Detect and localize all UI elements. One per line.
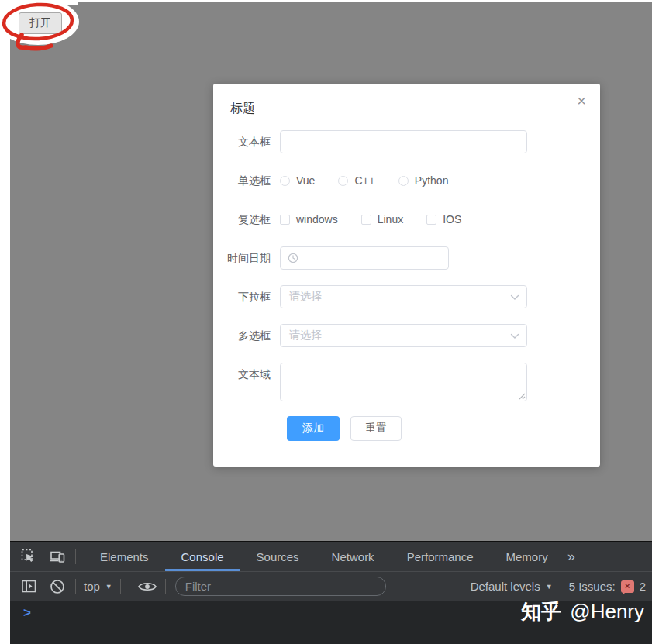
console-prompt-icon[interactable]: >: [23, 605, 31, 621]
console-filter-input[interactable]: [175, 577, 386, 596]
toolbar-separator: [120, 579, 121, 594]
radio-icon: [398, 176, 409, 186]
dialog-title: 标题: [230, 101, 255, 117]
form-row-checkbox: 复选框 windows Linux IOS: [213, 200, 600, 239]
form-row-textarea: 文本域: [213, 355, 600, 401]
toolbar-separator: [75, 549, 76, 564]
datetime-input[interactable]: [280, 246, 449, 270]
checkbox-option-linux[interactable]: Linux: [361, 213, 403, 226]
checkbox-icon: [426, 215, 436, 225]
checkbox-option-ios[interactable]: IOS: [426, 213, 461, 226]
close-icon[interactable]: ×: [577, 93, 586, 108]
checkbox-label: windows: [296, 213, 338, 226]
inspect-element-icon[interactable]: [19, 547, 39, 567]
more-tabs-icon[interactable]: »: [567, 549, 575, 565]
devtools-tab-bar: Elements Console Sources Network Perform…: [10, 542, 652, 571]
issues-error-icon[interactable]: ×: [621, 580, 634, 593]
checkbox-label: IOS: [443, 213, 461, 226]
caret-down-icon: ▼: [546, 583, 553, 591]
checkbox-option-windows[interactable]: windows: [280, 213, 338, 226]
select-placeholder: 请选择: [281, 290, 322, 304]
dialog-form: 文本框 单选框 Vue C++ Python 复选框 windows Linux…: [213, 122, 600, 441]
multiselect-dropdown[interactable]: 请选择: [280, 324, 527, 347]
form-row-text: 文本框: [213, 122, 600, 161]
console-sidebar-icon[interactable]: [19, 577, 39, 597]
console-output-area[interactable]: >: [10, 601, 652, 644]
radio-option-cpp[interactable]: C++: [338, 174, 374, 187]
toolbar-right-group: Default levels ▼ 5 Issues: × 2: [471, 579, 646, 594]
form-row-radio: 单选框 Vue C++ Python: [213, 161, 600, 200]
textarea-input[interactable]: [280, 363, 527, 401]
field-label: 复选框: [213, 208, 280, 239]
add-button[interactable]: 添加: [287, 416, 340, 441]
radio-label: Python: [415, 174, 449, 187]
toolbar-separator: [561, 579, 561, 594]
radio-option-vue[interactable]: Vue: [280, 174, 315, 187]
field-label: 时间日期: [213, 246, 280, 277]
tab-elements[interactable]: Elements: [84, 542, 165, 571]
toolbar-separator: [75, 579, 76, 594]
caret-down-icon: ▼: [105, 583, 112, 591]
form-row-multiselect: 多选框 请选择: [213, 316, 600, 355]
radio-option-python[interactable]: Python: [398, 174, 449, 187]
device-toolbar-icon[interactable]: [47, 547, 67, 567]
tab-console[interactable]: Console: [165, 542, 240, 571]
form-row-select: 下拉框 请选择: [213, 277, 600, 316]
tab-network[interactable]: Network: [316, 542, 391, 571]
devtools-panel: Elements Console Sources Network Perform…: [10, 541, 652, 644]
form-row-datetime: 时间日期: [213, 239, 600, 277]
radio-icon: [280, 176, 290, 186]
context-selector[interactable]: top ▼: [84, 580, 112, 593]
context-label: top: [84, 580, 100, 593]
field-label: 文本域: [213, 363, 280, 401]
field-label: 多选框: [213, 324, 280, 355]
toolbar-separator: [165, 579, 166, 594]
select-dropdown[interactable]: 请选择: [280, 285, 527, 308]
checkbox-icon: [361, 215, 371, 225]
clock-icon: [288, 253, 298, 263]
log-levels-label: Default levels: [471, 580, 540, 593]
chevron-down-icon: [510, 333, 519, 339]
radio-label: Vue: [296, 174, 315, 187]
dialog: 标题 × 文本框 单选框 Vue C++ Python 复选框 windows …: [213, 84, 600, 467]
console-toolbar: top ▼ Default levels ▼ 5 Issues: × 2: [10, 571, 652, 601]
clear-console-icon[interactable]: [47, 577, 67, 597]
field-label: 下拉框: [213, 285, 280, 316]
field-label: 文本框: [213, 130, 280, 161]
field-label: 单选框: [213, 169, 280, 200]
checkbox-label: Linux: [378, 213, 403, 226]
chevron-down-icon: [510, 294, 519, 301]
tab-performance[interactable]: Performance: [391, 542, 490, 571]
log-levels-selector[interactable]: Default levels ▼: [471, 580, 553, 593]
issues-count[interactable]: 2: [640, 580, 646, 593]
select-placeholder: 请选择: [281, 329, 322, 343]
tab-memory[interactable]: Memory: [490, 542, 564, 571]
issues-label[interactable]: 5 Issues:: [569, 580, 616, 593]
text-input[interactable]: [280, 130, 527, 153]
radio-label: C++: [354, 174, 374, 187]
dialog-actions: 添加 重置: [213, 416, 600, 441]
eye-icon[interactable]: [137, 577, 157, 597]
resize-handle[interactable]: [518, 392, 526, 400]
open-dialog-button[interactable]: 打开: [19, 12, 62, 34]
radio-icon: [338, 176, 348, 186]
tab-sources[interactable]: Sources: [240, 542, 316, 571]
reset-button[interactable]: 重置: [350, 416, 402, 441]
checkbox-icon: [280, 215, 290, 225]
